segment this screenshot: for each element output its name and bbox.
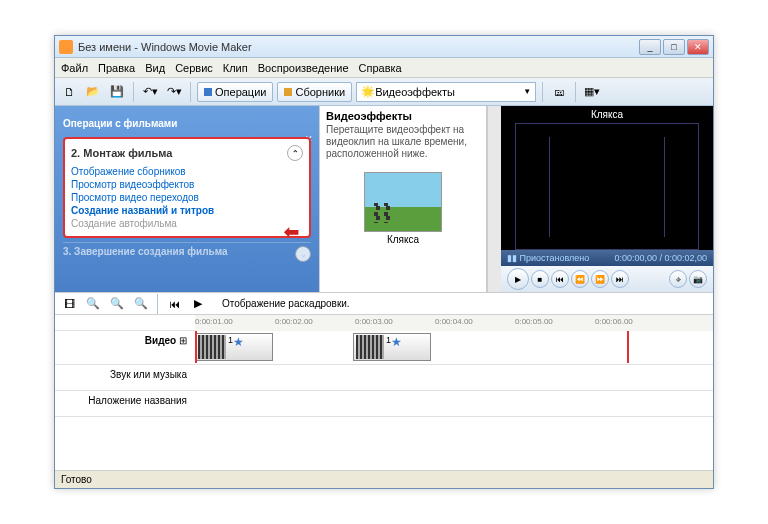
- preview-canvas: [515, 123, 699, 250]
- rew-button[interactable]: ⏪: [571, 270, 589, 288]
- collapse-icon[interactable]: ⌃: [287, 145, 303, 161]
- window-title: Без имени - Windows Movie Maker: [78, 41, 639, 53]
- menu-view[interactable]: Вид: [145, 62, 165, 74]
- save-icon[interactable]: 💾: [107, 82, 127, 102]
- snapshot-button[interactable]: 📷: [689, 270, 707, 288]
- collections-button[interactable]: Сборники: [277, 82, 352, 102]
- undo-icon[interactable]: ↶▾: [140, 82, 160, 102]
- tl-play-icon[interactable]: ▶: [188, 294, 208, 314]
- preview-time: 0:00:00,00 / 0:00:02,00: [614, 253, 707, 263]
- preview-statusbar: ▮▮ Приостановлено 0:00:00,00 / 0:00:02,0…: [501, 250, 713, 266]
- effects-desc: Перетащите видеоэффект на видеоклип на ш…: [326, 124, 480, 160]
- track-audio-label: Звук или музыка: [55, 365, 195, 390]
- audio-track[interactable]: [195, 365, 713, 390]
- track-video-label: Видео ⊞: [55, 331, 195, 364]
- task-view-effects[interactable]: Просмотр видеоэффектов: [71, 178, 303, 191]
- redo-icon[interactable]: ↷▾: [164, 82, 184, 102]
- status-text: Готово: [61, 474, 92, 485]
- new-icon[interactable]: 🗋: [59, 82, 79, 102]
- task-automovie[interactable]: Создание автофильма: [71, 217, 303, 230]
- next-button[interactable]: ⏭: [611, 270, 629, 288]
- storyboard-icon[interactable]: 🎞: [59, 294, 79, 314]
- preview-status: Приостановлено: [520, 253, 590, 263]
- tasks-header: Операции с фильмами: [55, 106, 319, 133]
- tasks-pane: Операции с фильмами ✕ 2. Монтаж фильма ⌃…: [55, 106, 319, 292]
- tl-rew-icon[interactable]: ⏮: [164, 294, 184, 314]
- collection-pane: Видеоэффекты Перетащите видеоэффект на в…: [319, 106, 487, 292]
- window: Без имени - Windows Movie Maker _ □ ✕ Фа…: [54, 35, 714, 489]
- split-button[interactable]: ⎆: [669, 270, 687, 288]
- menu-help[interactable]: Справка: [359, 62, 402, 74]
- open-icon[interactable]: 📂: [83, 82, 103, 102]
- task-show-collections[interactable]: Отображение сборников: [71, 165, 303, 178]
- zoom-fit-icon[interactable]: 🔍: [107, 294, 127, 314]
- menu-tools[interactable]: Сервис: [175, 62, 213, 74]
- effects-title: Видеоэффекты: [326, 110, 480, 122]
- menu-play[interactable]: Воспроизведение: [258, 62, 349, 74]
- preview-pane: Клякса ▮▮ Приостановлено 0:00:00,00 / 0:…: [501, 106, 713, 292]
- effect-label: Клякса: [326, 234, 480, 245]
- preview-pause-icon: ▮▮: [507, 253, 517, 263]
- menu-clip[interactable]: Клип: [223, 62, 248, 74]
- section-2-header: 2. Монтаж фильма ⌃: [71, 145, 303, 161]
- task-make-titles[interactable]: Создание названий и титров: [71, 204, 303, 217]
- statusbar: Готово: [55, 470, 713, 488]
- zoom-in-icon[interactable]: 🔍: [131, 294, 151, 314]
- menu-edit[interactable]: Правка: [98, 62, 135, 74]
- titlebar: Без имени - Windows Movie Maker _ □ ✕: [55, 36, 713, 58]
- play-button[interactable]: ▶: [507, 268, 529, 290]
- task-list: Отображение сборников Просмотр видеоэффе…: [71, 165, 303, 230]
- stop-button[interactable]: ■: [531, 270, 549, 288]
- effect-thumb[interactable]: [364, 172, 442, 232]
- fwd-button[interactable]: ⏩: [591, 270, 609, 288]
- preview-controls: ▶ ■ ⏮ ⏪ ⏩ ⏭ ⎆ 📷: [501, 266, 713, 292]
- clip-1[interactable]: 1★: [195, 333, 273, 361]
- minimize-button[interactable]: _: [639, 39, 661, 55]
- app-icon: [59, 40, 73, 54]
- window-buttons: _ □ ✕: [639, 39, 709, 55]
- track-overlay-label: Наложение названия: [55, 391, 195, 416]
- main-area: Операции с фильмами ✕ 2. Монтаж фильма ⌃…: [55, 106, 713, 292]
- section-3-header[interactable]: 3. Завершение создания фильма ⌄: [63, 242, 311, 257]
- timeline-pane: 🎞 🔍 🔍 🔍 ⏮ ▶ Отображение раскадровки. 0:0…: [55, 292, 713, 470]
- maximize-button[interactable]: □: [663, 39, 685, 55]
- close-button[interactable]: ✕: [687, 39, 709, 55]
- video-track[interactable]: 1★ 1★: [195, 331, 713, 364]
- preview-title: Клякса: [501, 106, 713, 123]
- effects-combo[interactable]: 🌟 Видеоэффекты▼: [356, 82, 536, 102]
- zoom-out-icon[interactable]: 🔍: [83, 294, 103, 314]
- task-view-transitions[interactable]: Просмотр видео переходов: [71, 191, 303, 204]
- tasks-button[interactable]: Операции: [197, 82, 273, 102]
- clip-2[interactable]: 1★: [353, 333, 431, 361]
- timeline-mode-label[interactable]: Отображение раскадровки.: [222, 298, 350, 309]
- section-2-box: 2. Монтаж фильма ⌃ Отображение сборников…: [63, 137, 311, 238]
- time-ruler[interactable]: 0:00:01.00 0:00:02.00 0:00:03.00 0:00:04…: [195, 315, 713, 331]
- scrollbar[interactable]: [487, 106, 501, 292]
- view-icon[interactable]: ▦▾: [582, 82, 602, 102]
- nav-back-icon[interactable]: 🖭: [549, 82, 569, 102]
- toolbar: 🗋 📂 💾 ↶▾ ↷▾ Операции Сборники 🌟 Видеоэфф…: [55, 78, 713, 106]
- menu-file[interactable]: Файл: [61, 62, 88, 74]
- overlay-track[interactable]: [195, 391, 713, 416]
- prev-button[interactable]: ⏮: [551, 270, 569, 288]
- menubar: Файл Правка Вид Сервис Клип Воспроизведе…: [55, 58, 713, 78]
- timeline-toolbar: 🎞 🔍 🔍 🔍 ⏮ ▶ Отображение раскадровки.: [55, 293, 713, 315]
